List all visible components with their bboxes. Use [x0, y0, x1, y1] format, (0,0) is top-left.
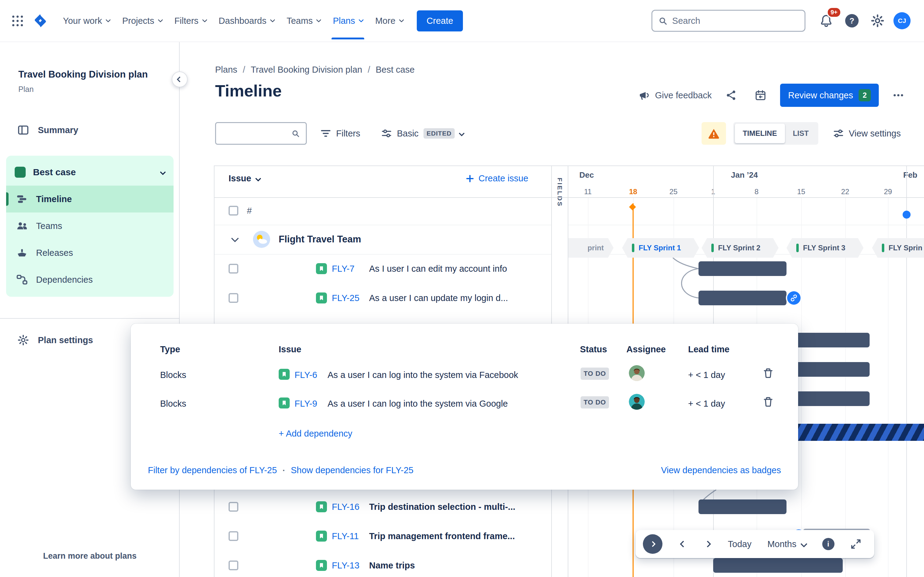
- dependency-type: Blocks: [160, 370, 186, 380]
- today-button[interactable]: Today: [722, 534, 757, 554]
- breadcrumb-plan[interactable]: Travel Booking Division plan: [251, 65, 362, 75]
- sidebar-item-dependencies[interactable]: Dependencies: [6, 266, 174, 293]
- timeline-bar-fly-13[interactable]: [713, 558, 843, 573]
- nav-item-filters[interactable]: Filters: [168, 11, 213, 31]
- issue-key-link[interactable]: FLY-11: [332, 531, 359, 541]
- scroll-to-button[interactable]: [643, 534, 662, 554]
- scroll-left-button[interactable]: [674, 534, 693, 554]
- zoom-level-dropdown[interactable]: Months: [762, 534, 812, 554]
- group-name[interactable]: Flight Travel Team: [279, 234, 361, 245]
- review-changes-button[interactable]: Review changes 2: [780, 84, 879, 107]
- notifications-button[interactable]: 9+: [816, 11, 836, 31]
- row-checkbox[interactable]: [229, 293, 238, 303]
- issue-key-link[interactable]: FLY-9: [294, 399, 317, 409]
- toggle-timeline[interactable]: TIMELINE: [735, 124, 785, 143]
- timeline-bar-fly-7[interactable]: [698, 261, 787, 276]
- date-tick-today: 18: [625, 187, 641, 196]
- create-button[interactable]: Create: [417, 10, 463, 31]
- toggle-list[interactable]: LIST: [785, 124, 817, 143]
- notifications-badge: 9+: [827, 7, 842, 18]
- nav-item-projects[interactable]: Projects: [116, 11, 168, 31]
- issue-key-link[interactable]: FLY-13: [332, 561, 359, 571]
- sidebar-item-releases[interactable]: Releases: [6, 239, 174, 266]
- sprint-bar-fly-sprint-1[interactable]: FLY Sprint 1: [622, 238, 699, 258]
- jira-logo[interactable]: [32, 13, 48, 29]
- warning-button[interactable]: [701, 122, 726, 145]
- scenario-color-icon: [15, 167, 26, 178]
- issue-search[interactable]: [215, 122, 307, 145]
- nav-item-plans[interactable]: Plans: [326, 11, 369, 31]
- delete-dependency-button[interactable]: [762, 396, 774, 409]
- issue-key-link[interactable]: FLY-6: [294, 370, 317, 380]
- view-dependencies-as-badges-link[interactable]: View dependencies as badges: [661, 465, 781, 475]
- plus-icon: [466, 174, 474, 183]
- nav-item-label: Projects: [122, 16, 154, 26]
- issue-column-header[interactable]: Issue: [229, 173, 260, 184]
- row-checkbox[interactable]: [229, 264, 238, 274]
- ellipsis-icon: [892, 89, 905, 102]
- add-dependency-link[interactable]: + Add dependency: [279, 429, 352, 439]
- group-expander-icon[interactable]: [231, 234, 239, 242]
- zoom-level-label: Months: [767, 539, 796, 549]
- share-button[interactable]: [721, 85, 741, 105]
- filters-button[interactable]: Filters: [313, 122, 368, 145]
- sprint-bar-past[interactable]: print: [568, 238, 614, 258]
- sidebar-collapse-button[interactable]: [172, 71, 187, 87]
- sidebar-item-summary[interactable]: Summary: [10, 118, 170, 142]
- timeline-bar-fly-25[interactable]: [698, 291, 787, 305]
- issue-key-link[interactable]: FLY-16: [332, 502, 359, 512]
- breadcrumb-plans[interactable]: Plans: [215, 65, 237, 75]
- sprint-label: print: [588, 243, 604, 252]
- give-feedback-label: Give feedback: [655, 90, 712, 100]
- sprint-bar-fly-sprint-4[interactable]: FLY Sprin: [872, 238, 924, 258]
- view-settings-button[interactable]: View settings: [825, 122, 908, 145]
- scroll-right-button[interactable]: [698, 534, 717, 554]
- nav-item-teams[interactable]: Teams: [281, 11, 326, 31]
- release-marker[interactable]: [903, 211, 911, 219]
- date-tick: 25: [666, 187, 682, 196]
- show-dependencies-link[interactable]: Show dependencies for FLY-25: [291, 465, 414, 475]
- row-checkbox[interactable]: [229, 206, 238, 216]
- nav-item-dashboards[interactable]: Dashboards: [213, 11, 281, 31]
- settings-button[interactable]: [868, 11, 887, 31]
- help-button[interactable]: ?: [842, 11, 862, 31]
- app-switcher-icon[interactable]: [12, 16, 23, 26]
- timeline-bar-fly-16[interactable]: [698, 500, 787, 514]
- give-feedback-button[interactable]: Give feedback: [638, 89, 712, 102]
- info-button[interactable]: i: [817, 534, 840, 554]
- user-avatar[interactable]: CJ: [893, 12, 911, 29]
- global-search[interactable]: [651, 10, 805, 32]
- create-issue-button[interactable]: Create issue: [466, 173, 528, 184]
- search-input[interactable]: [672, 16, 798, 26]
- more-actions-button[interactable]: [888, 85, 908, 105]
- popup-column-status: Status: [580, 344, 607, 355]
- scenario-selector[interactable]: Best case: [6, 159, 174, 185]
- issue-key-link[interactable]: FLY-25: [332, 293, 359, 303]
- issue-key-link[interactable]: FLY-7: [332, 264, 354, 274]
- sprint-bar-fly-sprint-2[interactable]: FLY Sprint 2: [701, 238, 779, 258]
- dependency-badge-icon[interactable]: [787, 291, 801, 305]
- timeline-bar-striped[interactable]: [776, 424, 924, 441]
- sidebar-item-timeline[interactable]: Timeline: [6, 185, 174, 213]
- chevron-right-icon: [649, 541, 656, 547]
- sprint-label: FLY Sprint 2: [718, 243, 761, 252]
- delete-dependency-button[interactable]: [762, 367, 774, 381]
- sprint-bar-fly-sprint-3[interactable]: FLY Sprint 3: [787, 238, 864, 258]
- review-changes-count-badge: 2: [859, 89, 871, 102]
- row-checkbox[interactable]: [229, 531, 238, 541]
- breadcrumb-scenario[interactable]: Best case: [376, 65, 415, 75]
- fullscreen-button[interactable]: [845, 534, 867, 554]
- issue-search-input[interactable]: [222, 129, 287, 138]
- nav-item-your-work[interactable]: Your work: [57, 11, 116, 31]
- sidebar-item-teams[interactable]: Teams: [6, 213, 174, 239]
- lead-time: + < 1 day: [688, 370, 725, 380]
- sidebar-item-label: Timeline: [36, 194, 72, 204]
- view-mode-button[interactable]: Basic EDITED: [374, 122, 471, 145]
- nav-item-more[interactable]: More: [369, 11, 409, 31]
- learn-more-link[interactable]: Learn more about plans: [0, 551, 180, 561]
- schedule-button[interactable]: [751, 85, 770, 105]
- chevron-down-icon: [105, 18, 111, 23]
- row-checkbox[interactable]: [229, 561, 238, 570]
- filter-by-dependencies-link[interactable]: Filter by dependencies of FLY-25: [148, 465, 277, 475]
- row-checkbox[interactable]: [229, 502, 238, 512]
